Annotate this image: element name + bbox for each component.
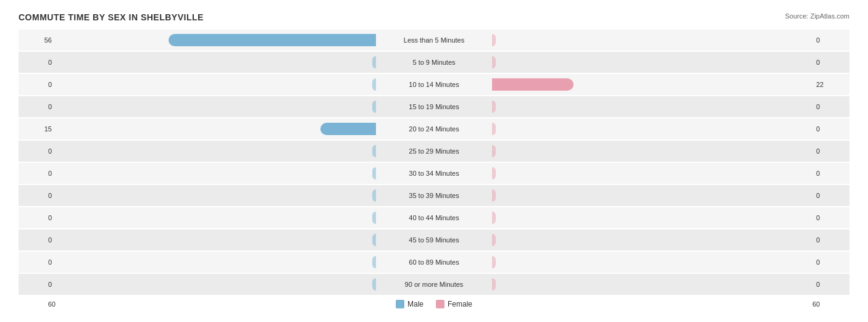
chart-legend: Male Female [56, 300, 812, 308]
female-value: 0 [812, 59, 849, 66]
row-label: 30 to 34 Minutes [378, 170, 490, 177]
male-bar [169, 34, 376, 46]
male-section [56, 141, 378, 162]
chart-row: 0 25 to 29 Minutes 0 [19, 141, 849, 162]
male-value: 56 [19, 36, 56, 44]
male-bar [372, 212, 376, 224]
female-value: 0 [812, 214, 849, 221]
male-value: 0 [19, 147, 56, 155]
chart-row: 0 10 to 14 Minutes 22 [19, 74, 849, 95]
axis-right-label: 60 [812, 300, 849, 308]
male-value: 0 [19, 236, 56, 244]
row-label: Less than 5 Minutes [378, 36, 490, 44]
male-section [56, 52, 378, 73]
male-value: 0 [19, 258, 56, 266]
female-bar [492, 256, 496, 268]
chart-row: 0 40 to 44 Minutes 0 [19, 207, 849, 228]
male-bar [372, 278, 376, 291]
male-value: 15 [19, 125, 56, 133]
bar-container: 30 to 34 Minutes [56, 163, 812, 184]
male-value: 0 [19, 59, 56, 66]
male-bar [372, 78, 376, 91]
bar-container: 15 to 19 Minutes [56, 96, 812, 117]
row-label: 15 to 19 Minutes [378, 103, 490, 110]
chart-row: 15 20 to 24 Minutes 0 [19, 118, 849, 139]
row-label: 90 or more Minutes [378, 281, 490, 288]
bar-container: 20 to 24 Minutes [56, 118, 812, 139]
bar-container: 60 to 89 Minutes [56, 252, 812, 273]
male-bar [372, 256, 376, 268]
legend-male: Male [396, 300, 424, 308]
male-section [56, 74, 378, 95]
female-section [490, 274, 812, 295]
female-section [490, 96, 812, 117]
bar-container: 25 to 29 Minutes [56, 141, 812, 162]
male-section [56, 274, 378, 295]
row-label: 45 to 59 Minutes [378, 236, 490, 244]
chart-footer: 60 Male Female 60 [19, 300, 849, 308]
female-bar [492, 278, 496, 291]
female-bar [492, 101, 496, 113]
female-value: 0 [812, 36, 849, 44]
bar-container: Less than 5 Minutes [56, 30, 812, 51]
male-section [56, 96, 378, 117]
bar-container: 40 to 44 Minutes [56, 207, 812, 228]
axis-left-label: 60 [19, 300, 56, 308]
row-label: 35 to 39 Minutes [378, 192, 490, 199]
chart-area: 56 Less than 5 Minutes 0 0 5 to 9 Minute… [19, 30, 849, 295]
chart-row: 0 45 to 59 Minutes 0 [19, 229, 849, 250]
female-value: 0 [812, 236, 849, 244]
legend-female: Female [436, 300, 472, 308]
male-section [56, 229, 378, 250]
female-section [490, 30, 812, 51]
male-section [56, 118, 378, 139]
chart-row: 0 30 to 34 Minutes 0 [19, 163, 849, 184]
female-value: 0 [812, 103, 849, 110]
female-section [490, 118, 812, 139]
row-label: 40 to 44 Minutes [378, 214, 490, 221]
female-bar [492, 167, 496, 180]
chart-row: 56 Less than 5 Minutes 0 [19, 30, 849, 51]
chart-row: 0 90 or more Minutes 0 [19, 274, 849, 295]
female-value: 22 [812, 81, 849, 88]
legend-male-box [396, 300, 404, 308]
female-section [490, 207, 812, 228]
female-section [490, 185, 812, 206]
row-label: 25 to 29 Minutes [378, 147, 490, 155]
female-bar [492, 145, 496, 157]
male-value: 0 [19, 214, 56, 221]
female-section [490, 141, 812, 162]
male-value: 0 [19, 170, 56, 177]
male-value: 0 [19, 281, 56, 288]
row-label: 5 to 9 Minutes [378, 59, 490, 66]
bar-container: 5 to 9 Minutes [56, 52, 812, 73]
male-value: 0 [19, 81, 56, 88]
female-section [490, 229, 812, 250]
male-bar [372, 145, 376, 157]
chart-row: 0 15 to 19 Minutes 0 [19, 96, 849, 117]
male-value: 0 [19, 192, 56, 199]
legend-female-box [436, 300, 444, 308]
male-bar [372, 56, 376, 68]
female-bar [492, 189, 496, 202]
male-bar [372, 234, 376, 246]
female-bar [492, 34, 496, 46]
male-value: 0 [19, 103, 56, 110]
male-bar [372, 167, 376, 180]
female-value: 0 [812, 125, 849, 133]
bar-container: 45 to 59 Minutes [56, 229, 812, 250]
bar-container: 10 to 14 Minutes [56, 74, 812, 95]
female-bar [492, 212, 496, 224]
male-section [56, 185, 378, 206]
female-value: 0 [812, 192, 849, 199]
female-bar [492, 78, 574, 91]
female-value: 0 [812, 258, 849, 266]
row-label: 60 to 89 Minutes [378, 258, 490, 266]
legend-male-label: Male [407, 300, 424, 308]
row-label: 10 to 14 Minutes [378, 81, 490, 88]
male-section [56, 163, 378, 184]
female-bar [492, 123, 496, 135]
female-section [490, 252, 812, 273]
legend-female-label: Female [448, 300, 472, 308]
row-label: 20 to 24 Minutes [378, 125, 490, 133]
